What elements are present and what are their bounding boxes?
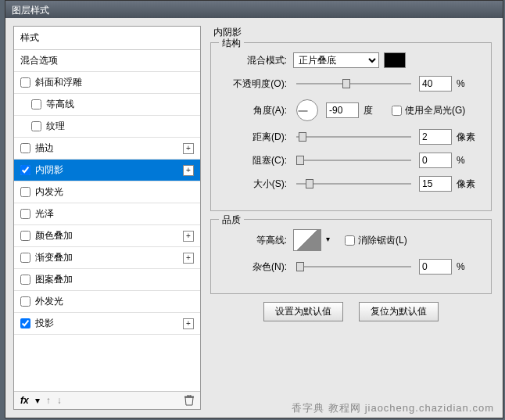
distance-input[interactable]: [419, 129, 452, 145]
global-light-check[interactable]: [392, 106, 402, 116]
blend-mode-label: 混合模式:: [222, 54, 288, 67]
opacity-label: 不透明度(O):: [222, 77, 288, 91]
opacity-input[interactable]: [419, 76, 452, 92]
style-item-label: 斜面和浮雕: [35, 76, 194, 89]
style-checkbox[interactable]: [20, 187, 30, 197]
style-checkbox[interactable]: [20, 318, 30, 328]
choke-slider[interactable]: [296, 154, 411, 167]
style-checkbox[interactable]: [20, 165, 30, 175]
style-item-label: 渐变叠加: [35, 251, 183, 264]
choke-input[interactable]: [419, 153, 452, 168]
fx-button[interactable]: fx: [20, 395, 29, 406]
size-slider[interactable]: [296, 178, 411, 190]
style-item-label: 外发光: [35, 295, 194, 308]
size-unit: 像素: [457, 178, 480, 191]
style-item-label: 纹理: [46, 120, 194, 133]
default-buttons: 设置为默认值 复位为默认值: [210, 302, 492, 321]
color-swatch[interactable]: [384, 52, 406, 68]
opacity-slider[interactable]: [296, 77, 411, 90]
blend-options-label: 混合选项: [20, 54, 194, 67]
style-checkbox[interactable]: [20, 231, 30, 241]
style-checkbox[interactable]: [20, 209, 30, 219]
style-checkbox[interactable]: [31, 99, 41, 109]
panel-title: 内阴影: [210, 26, 492, 39]
size-label: 大小(S):: [222, 178, 288, 191]
distance-slider[interactable]: [296, 131, 411, 143]
style-item-label: 内阴影: [35, 163, 183, 177]
arrow-up-icon[interactable]: ↑: [46, 395, 51, 406]
titlebar[interactable]: 图层样式: [5, 1, 503, 18]
style-checkbox[interactable]: [20, 253, 30, 263]
style-checkbox[interactable]: [31, 121, 41, 131]
antialias-label: 消除锯齿(L): [358, 234, 407, 247]
angle-label: 角度(A):: [222, 104, 288, 117]
antialias-check[interactable]: [345, 235, 355, 246]
angle-input[interactable]: [326, 102, 359, 118]
chevron-down-icon[interactable]: ▾: [35, 395, 40, 406]
choke-label: 阻塞(C):: [222, 154, 288, 167]
plus-icon[interactable]: +: [183, 143, 194, 154]
blend-options-item[interactable]: 混合选项: [14, 50, 200, 72]
style-list: 斜面和浮雕等高线纹理描边+内阴影+内发光光泽颜色叠加+渐变叠加+图案叠加外发光投…: [14, 72, 200, 391]
style-item-3[interactable]: 描边+: [14, 138, 200, 160]
contour-row: 等高线: 消除锯齿(L): [222, 229, 480, 251]
style-footer: fx ▾ ↑ ↓: [14, 391, 200, 409]
plus-icon[interactable]: +: [183, 253, 194, 264]
opacity-row: 不透明度(O): %: [222, 76, 480, 92]
styles-header[interactable]: 样式: [14, 27, 200, 50]
global-light-label: 使用全局光(G): [405, 104, 465, 117]
style-item-0[interactable]: 斜面和浮雕: [14, 72, 200, 94]
style-checkbox[interactable]: [20, 143, 30, 153]
style-checkbox[interactable]: [20, 296, 30, 307]
antialias-checkbox[interactable]: 消除锯齿(L): [345, 234, 407, 247]
noise-row: 杂色(N): %: [222, 259, 480, 275]
contour-label: 等高线:: [222, 234, 288, 247]
global-light-checkbox[interactable]: 使用全局光(G): [392, 104, 465, 117]
style-item-11[interactable]: 投影+: [14, 313, 200, 335]
style-item-10[interactable]: 外发光: [14, 291, 200, 313]
style-item-2[interactable]: 纹理: [14, 116, 200, 138]
style-item-9[interactable]: 图案叠加: [14, 269, 200, 291]
structure-group: 结构 混合模式: 正片叠底 不透明度(O): % 角度(A): 度: [210, 42, 492, 211]
style-item-7[interactable]: 颜色叠加+: [14, 225, 200, 247]
style-item-8[interactable]: 渐变叠加+: [14, 247, 200, 269]
noise-slider[interactable]: [296, 260, 411, 273]
blend-mode-row: 混合模式: 正片叠底: [222, 52, 480, 68]
window-title: 图层样式: [12, 5, 49, 16]
contour-picker[interactable]: [293, 229, 321, 251]
angle-row: 角度(A): 度 使用全局光(G): [222, 99, 480, 121]
style-item-label: 图案叠加: [35, 273, 194, 286]
noise-label: 杂色(N):: [222, 260, 288, 274]
style-item-label: 内发光: [35, 185, 194, 199]
distance-row: 距离(D): 像素: [222, 129, 480, 145]
style-item-label: 描边: [35, 142, 183, 155]
plus-icon[interactable]: +: [183, 318, 194, 329]
style-item-label: 光泽: [35, 207, 194, 221]
style-checkbox[interactable]: [20, 77, 30, 88]
noise-unit: %: [457, 261, 480, 272]
style-item-5[interactable]: 内发光: [14, 181, 200, 203]
trash-icon[interactable]: [184, 395, 194, 406]
plus-icon[interactable]: +: [183, 231, 194, 242]
size-input[interactable]: [419, 176, 452, 192]
size-row: 大小(S): 像素: [222, 176, 480, 192]
noise-input[interactable]: [419, 259, 452, 275]
reset-default-button[interactable]: 复位为默认值: [359, 302, 439, 321]
blend-mode-select[interactable]: 正片叠底: [293, 52, 379, 68]
style-checkbox[interactable]: [20, 275, 30, 285]
choke-unit: %: [457, 155, 480, 166]
style-item-1[interactable]: 等高线: [14, 94, 200, 116]
style-item-label: 颜色叠加: [35, 229, 183, 242]
styles-panel: 样式 混合选项 斜面和浮雕等高线纹理描边+内阴影+内发光光泽颜色叠加+渐变叠加+…: [13, 26, 201, 410]
angle-dial[interactable]: [296, 99, 318, 121]
make-default-button[interactable]: 设置为默认值: [263, 302, 343, 321]
structure-label: 结构: [219, 37, 244, 50]
opacity-unit: %: [457, 78, 480, 89]
style-item-6[interactable]: 光泽: [14, 203, 200, 225]
quality-group: 品质 等高线: 消除锯齿(L) 杂色(N): %: [210, 219, 492, 294]
distance-unit: 像素: [457, 131, 480, 144]
style-item-label: 投影: [35, 317, 183, 330]
plus-icon[interactable]: +: [183, 165, 194, 176]
arrow-down-icon[interactable]: ↓: [57, 395, 62, 406]
style-item-4[interactable]: 内阴影+: [14, 160, 200, 181]
